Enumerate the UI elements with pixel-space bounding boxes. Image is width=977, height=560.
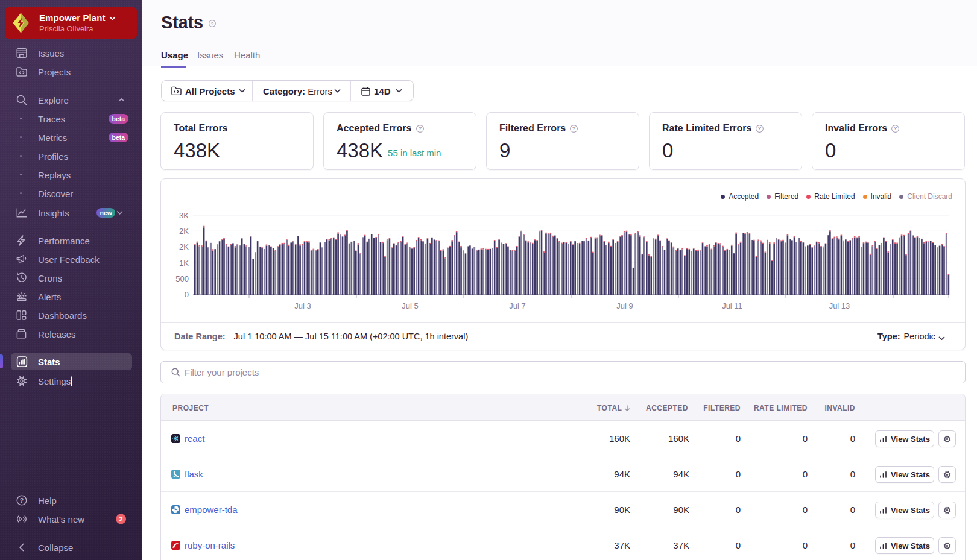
svg-text:?: ?	[418, 125, 421, 131]
svg-text:?: ?	[758, 125, 761, 131]
svg-text:?: ?	[572, 125, 575, 131]
svg-text:0: 0	[185, 290, 189, 299]
svg-text:?: ?	[894, 125, 897, 131]
svg-text:2K: 2K	[179, 227, 189, 236]
svg-text:Jul 3: Jul 3	[294, 301, 311, 310]
svg-text:2K: 2K	[179, 242, 189, 251]
svg-text:1K: 1K	[179, 259, 189, 268]
svg-text:3K: 3K	[179, 211, 189, 220]
svg-text:500: 500	[175, 274, 189, 283]
svg-text:?: ?	[20, 496, 24, 503]
svg-text:Jul 11: Jul 11	[722, 301, 742, 310]
svg-text:Jul 13: Jul 13	[829, 301, 850, 310]
svg-text:Jul 5: Jul 5	[402, 301, 418, 310]
svg-text:Jul 7: Jul 7	[509, 301, 525, 310]
svg-text:?: ?	[211, 21, 214, 27]
svg-text:Jul 9: Jul 9	[616, 301, 633, 310]
